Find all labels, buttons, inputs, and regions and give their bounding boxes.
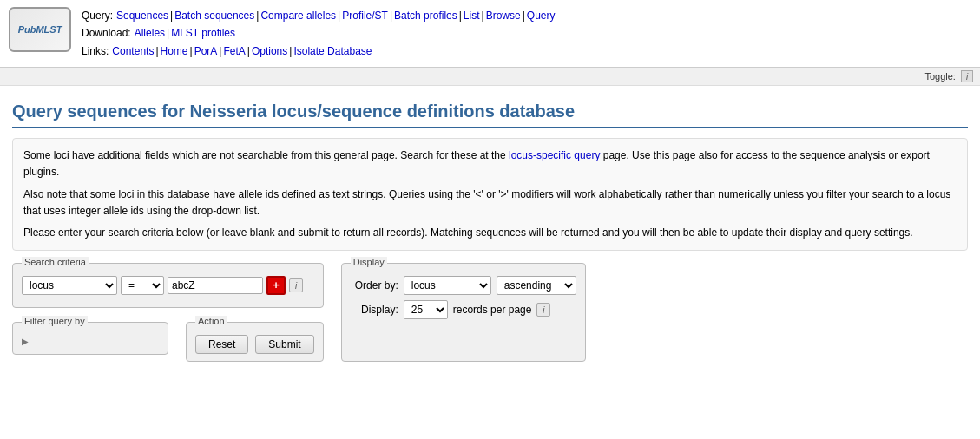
filter-section: Filter query by ▶	[12, 322, 168, 355]
info-box: Some loci have additional fields which a…	[12, 138, 968, 251]
add-criteria-button[interactable]: +	[266, 276, 286, 295]
links-label: Links:	[82, 43, 109, 60]
operator-select[interactable]: = < >	[121, 276, 164, 295]
download-label: Download:	[82, 24, 131, 42]
nav-link-home[interactable]: Home	[161, 43, 188, 60]
filter-arrow-icon: ▶	[22, 337, 29, 346]
nav-link-browse[interactable]: Browse	[486, 7, 521, 24]
locus-specific-query-link[interactable]: locus-specific query	[509, 149, 600, 161]
display-count-label: Display:	[351, 304, 398, 316]
reset-button[interactable]: Reset	[195, 335, 248, 354]
nav-link-batch-profiles[interactable]: Batch profiles	[394, 7, 457, 24]
submit-button[interactable]: Submit	[255, 335, 313, 354]
order-by-select[interactable]: locus allele_id sender curator date_ente…	[404, 276, 491, 295]
page-title: Query sequences for Neisseria locus/sequ…	[12, 95, 968, 128]
info-para1-before: Some loci have additional fields which a…	[23, 149, 509, 161]
per-page-select[interactable]: 10 25 50 100 200	[404, 300, 448, 319]
left-column: Search criteria locus = < > + i	[12, 263, 324, 362]
nav-link-batch-sequences[interactable]: Batch sequences	[174, 7, 254, 24]
bottom-area: Filter query by ▶ Action Reset Submit	[12, 318, 324, 362]
nav-link-pora[interactable]: PorA	[194, 43, 218, 60]
search-criteria-legend: Search criteria	[22, 257, 89, 267]
criteria-row: locus = < > + i	[22, 276, 314, 295]
logo-image: PubMLST	[9, 7, 71, 52]
toggle-bar: Toggle: i	[0, 68, 980, 86]
info-para1: Some loci have additional fields which a…	[23, 147, 957, 180]
criteria-info-icon[interactable]: i	[289, 278, 303, 292]
action-legend: Action	[195, 316, 227, 326]
header: PubMLST Query: Sequences | Batch sequenc…	[0, 0, 980, 68]
nav-link-alleles[interactable]: Alleles	[135, 24, 165, 42]
nav-link-list[interactable]: List	[464, 7, 480, 24]
action-buttons: Reset Submit	[195, 335, 314, 354]
filter-legend: Filter query by	[22, 316, 88, 326]
search-area: Search criteria locus = < > + i	[12, 263, 968, 362]
toggle-label: Toggle:	[924, 71, 955, 82]
main-content: Query sequences for Neisseria locus/sequ…	[0, 86, 980, 379]
query-nav-row: Query: Sequences | Batch sequences | Com…	[82, 7, 556, 24]
navigation: Query: Sequences | Batch sequences | Com…	[82, 7, 556, 60]
display-info-icon[interactable]: i	[536, 303, 550, 317]
toggle-icon[interactable]: i	[961, 70, 973, 82]
nav-link-feta[interactable]: FetA	[223, 43, 245, 60]
query-label: Query:	[82, 7, 113, 24]
nav-link-contents[interactable]: Contents	[112, 43, 154, 60]
records-per-page-label: records per page	[453, 304, 532, 316]
nav-link-options[interactable]: Options	[252, 43, 287, 60]
display-section: Display Order by: locus allele_id sender…	[341, 263, 586, 362]
nav-link-isolate-database[interactable]: Isolate Database	[293, 43, 372, 60]
per-page-row: Display: 10 25 50 100 200 records per pa…	[351, 300, 576, 319]
search-criteria-section: Search criteria locus = < > + i	[12, 263, 324, 308]
order-by-label: Order by:	[351, 279, 398, 292]
links-nav-row: Links: Contents | Home | PorA | FetA | O…	[82, 43, 556, 60]
info-para3: Please enter your search criteria below …	[23, 225, 957, 241]
logo-text: PubMLST	[18, 24, 62, 35]
info-para2: Also note that some loci in this databas…	[23, 187, 957, 220]
locus-select[interactable]: locus	[22, 276, 117, 295]
action-section: Action Reset Submit	[186, 322, 324, 362]
nav-link-query[interactable]: Query	[527, 7, 556, 24]
nav-link-profile-st[interactable]: Profile/ST	[342, 7, 388, 24]
direction-select[interactable]: ascending descending	[497, 276, 576, 295]
nav-link-compare-alleles[interactable]: Compare alleles	[260, 7, 336, 24]
download-nav-row: Download: Alleles | MLST profiles	[82, 24, 556, 42]
nav-link-sequences[interactable]: Sequences	[116, 7, 168, 24]
display-legend: Display	[351, 257, 387, 267]
logo: PubMLST	[9, 7, 71, 52]
search-value-input[interactable]	[168, 277, 263, 294]
nav-link-mlst-profiles[interactable]: MLST profiles	[171, 24, 235, 42]
order-by-row: Order by: locus allele_id sender curator…	[351, 276, 576, 295]
